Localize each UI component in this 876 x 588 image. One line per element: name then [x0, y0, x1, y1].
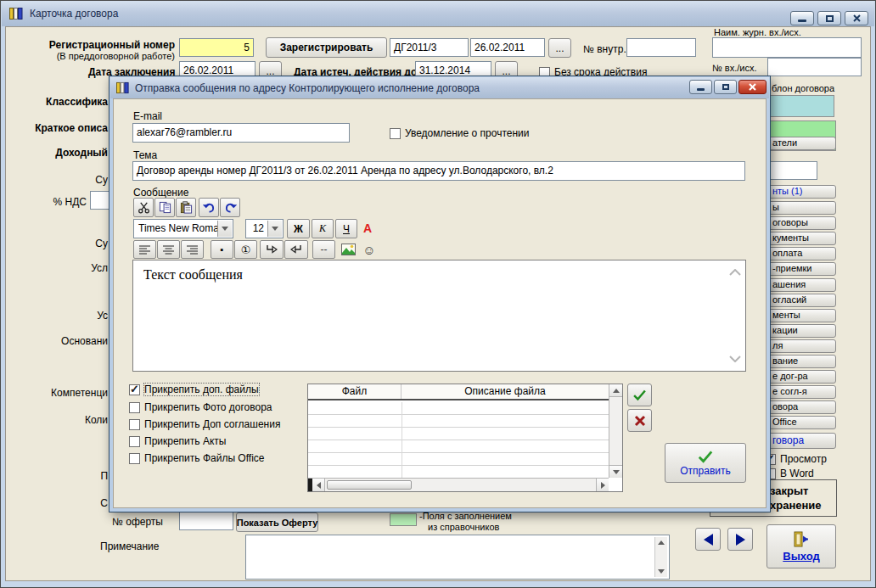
bold-button[interactable]: Ж [287, 219, 310, 238]
add-file-button[interactable] [627, 384, 652, 406]
align-left-button[interactable] [133, 240, 156, 259]
closed-line1: закрыт [770, 484, 822, 498]
next-record-button[interactable] [727, 528, 753, 551]
files-table-header[interactable]: Файл Описание файла [308, 384, 609, 400]
preview-checkbox[interactable]: Просмотр [765, 453, 827, 465]
italic-button[interactable]: К [312, 219, 334, 238]
show-offer-button[interactable]: Показать Оферту [236, 512, 318, 532]
indent-right-button[interactable] [260, 240, 284, 259]
scroll-up-icon[interactable] [609, 384, 622, 397]
table-horizontal-scrollbar[interactable] [308, 478, 609, 491]
file-description-column-header[interactable]: Описание файла [402, 384, 609, 399]
income-label: Доходный [6, 147, 108, 159]
dialog-title: Отправка сообщения по адресу Контролирую… [135, 82, 480, 94]
reg-number-field[interactable]: 5 [179, 38, 254, 57]
attach-acts-checkbox[interactable]: Прикрепить Акты [129, 435, 226, 447]
undo-button[interactable] [199, 198, 219, 217]
hscroll-thumb[interactable] [327, 480, 412, 490]
inout-number-field[interactable] [767, 58, 862, 76]
message-body-field[interactable]: Текст сообщения [132, 260, 746, 372]
bullet-list-button[interactable]: ▪ [211, 240, 233, 259]
copy-button[interactable] [154, 198, 175, 217]
main-titlebar[interactable]: Карточка договора [2, 1, 874, 26]
file-column-header[interactable]: Файл [308, 384, 402, 399]
prev-arrow-icon [704, 534, 713, 546]
scroll-up-chevron-icon[interactable] [729, 269, 741, 276]
table-row[interactable] [308, 415, 609, 428]
attach-addendum-checkbox[interactable]: Прикрепить Доп соглашения [129, 418, 280, 430]
maximize-icon[interactable] [817, 11, 841, 25]
scroll-down-icon[interactable] [609, 465, 622, 478]
offer-number-field[interactable] [179, 512, 233, 530]
horizontal-rule-button[interactable]: -- [312, 240, 335, 259]
font-size-select[interactable]: 12 [245, 219, 284, 238]
table-vertical-scrollbar[interactable] [609, 384, 622, 478]
table-row[interactable] [308, 440, 609, 453]
font-size-chevron-icon[interactable] [267, 221, 282, 237]
attach-office-files-label: Прикрепить Файлы Office [144, 452, 264, 464]
underline-button[interactable]: Ч [335, 219, 357, 238]
attach-acts-label: Прикрепить Акты [144, 435, 226, 447]
font-color-button[interactable]: А [360, 221, 375, 236]
note-scrollbar[interactable] [654, 537, 667, 577]
read-receipt-checkbox[interactable]: Уведомление о прочтении [390, 127, 529, 139]
journal-name-field[interactable] [712, 37, 862, 58]
conditions-label: Усл [6, 262, 108, 274]
paste-button[interactable] [176, 198, 196, 217]
add-check-icon [632, 389, 647, 401]
in-word-checkbox[interactable]: В Word [765, 468, 814, 479]
minimize-icon[interactable] [790, 11, 814, 25]
reg-number-label: Регистрационный номер [25, 39, 175, 51]
files-table-rows [308, 402, 609, 478]
attach-addendum-checkbox-box[interactable] [129, 419, 140, 430]
close-icon[interactable] [845, 11, 868, 25]
indent-left-button[interactable] [284, 240, 308, 259]
offer-number-label: № оферты [112, 516, 163, 528]
font-family-select[interactable]: Times New Roman [133, 219, 233, 238]
dialog-minimize-icon[interactable] [689, 80, 712, 94]
smiley-button[interactable]: ☺ [361, 241, 378, 258]
attach-extra-files-checkbox-box[interactable] [129, 384, 140, 395]
exit-button[interactable]: Выход [766, 524, 836, 568]
reg-number-sublabel: (В преддоговорной работе) [25, 51, 175, 61]
align-center-icon [163, 245, 175, 255]
scroll-left-icon[interactable] [312, 479, 325, 491]
reg-date-field[interactable]: 26.02.2011 [470, 38, 545, 57]
numbered-list-button[interactable]: ① [234, 240, 257, 259]
dialog-titlebar[interactable]: Отправка сообщения по адресу Контролирую… [110, 77, 769, 98]
main-window: Карточка договора Регистрационный номер … [0, 0, 876, 588]
table-row[interactable] [308, 428, 609, 440]
dialog-maximize-icon[interactable] [714, 80, 737, 94]
attach-contract-photo-checkbox-box[interactable] [129, 402, 140, 413]
table-row[interactable] [308, 453, 609, 466]
scroll-right-icon[interactable] [596, 479, 609, 491]
attach-acts-checkbox-box[interactable] [129, 436, 140, 447]
reg-date-picker-button[interactable]: ... [548, 38, 571, 58]
register-button[interactable]: Зарегистрировать [266, 37, 387, 58]
table-row[interactable] [308, 402, 609, 415]
scroll-down-chevron-icon[interactable] [729, 356, 741, 362]
font-family-chevron-icon[interactable] [217, 221, 232, 237]
internal-number-field[interactable] [626, 38, 696, 57]
table-row[interactable] [308, 466, 609, 479]
closed-line2: хранение [770, 498, 822, 512]
journal-name-label: Наим. журн. вх./исх. [714, 27, 801, 37]
read-receipt-checkbox-box[interactable] [390, 128, 401, 139]
dialog-close-icon[interactable] [738, 80, 766, 94]
send-button[interactable]: Отправить [665, 443, 746, 483]
note-field[interactable] [245, 535, 670, 580]
redo-button[interactable] [220, 198, 240, 217]
align-right-button[interactable] [181, 240, 204, 259]
subject-field[interactable]: Договор аренды номер ДГ2011/3 от 26.02.2… [132, 161, 745, 181]
insert-image-button[interactable] [339, 242, 357, 257]
contract-number-field[interactable]: ДГ2011/3 [390, 38, 469, 57]
attach-contract-photo-checkbox[interactable]: Прикрепить Фото договора [129, 401, 272, 413]
attach-extra-files-checkbox[interactable]: Прикрепить доп. файлы [129, 384, 259, 395]
attach-office-files-checkbox-box[interactable] [129, 453, 140, 464]
email-field[interactable]: alexar76@rambler.ru [132, 123, 350, 143]
align-center-button[interactable] [157, 240, 180, 259]
prev-record-button[interactable] [695, 528, 721, 551]
remove-file-button[interactable] [627, 409, 652, 432]
attach-office-files-checkbox[interactable]: Прикрепить Файлы Office [129, 452, 264, 464]
cut-button[interactable] [133, 198, 154, 217]
